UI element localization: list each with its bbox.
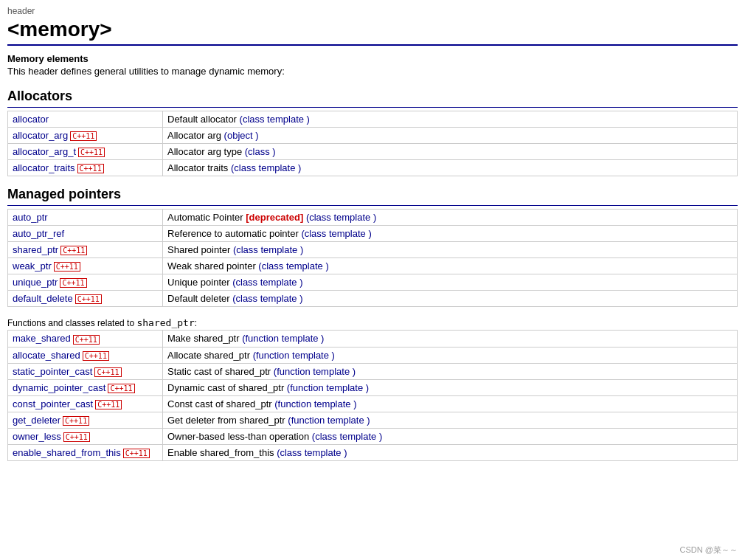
- row-desc-cell: Allocate shared_ptr (function template ): [163, 347, 738, 363]
- row-name-cell: allocator_traitsC++11: [8, 160, 163, 176]
- row-tag-link[interactable]: (class template ): [233, 244, 303, 255]
- row-name-cell: enable_shared_from_thisC++11: [8, 444, 163, 460]
- row-name-link[interactable]: allocate_shared: [13, 350, 80, 361]
- row-tag-link[interactable]: (function template ): [242, 333, 324, 344]
- row-name-cell: auto_ptr: [8, 210, 163, 226]
- header-label: header: [7, 6, 738, 16]
- row-name-cell: auto_ptr_ref: [8, 226, 163, 242]
- row-tag-link[interactable]: (class template ): [240, 114, 310, 125]
- row-name-cell: get_deleterC++11: [8, 412, 163, 428]
- row-tag-link[interactable]: (class template ): [231, 162, 301, 173]
- section-table: allocatorDefault allocator (class templa…: [7, 111, 738, 176]
- row-tag-link[interactable]: (function template ): [274, 398, 356, 409]
- row-name-link[interactable]: allocator_arg_t: [13, 146, 76, 157]
- functions-table: make_sharedC++11Make shared_ptr (functio…: [7, 330, 738, 461]
- table-row: enable_shared_from_thisC++11Enable share…: [8, 444, 738, 460]
- row-tag-link[interactable]: (class template ): [258, 260, 328, 272]
- row-tag-link[interactable]: (function template ): [288, 415, 370, 426]
- row-name-cell: allocator_argC++11: [8, 128, 163, 144]
- row-desc-cell: Const cast of shared_ptr (function templ…: [163, 395, 738, 412]
- row-name-link[interactable]: shared_ptr: [13, 244, 58, 255]
- row-desc-cell: Owner-based less-than operation (class t…: [163, 428, 738, 444]
- row-tag-link[interactable]: (class template ): [306, 212, 376, 223]
- sections-container: AllocatorsallocatorDefault allocator (cl…: [7, 89, 738, 307]
- row-name-link[interactable]: unique_ptr: [13, 277, 58, 288]
- row-name-cell: dynamic_pointer_castC++11: [8, 379, 163, 395]
- row-desc-cell: Get deleter from shared_ptr (function te…: [163, 412, 738, 428]
- row-desc-cell: Dynamic cast of shared_ptr (function tem…: [163, 379, 738, 395]
- row-tag-link[interactable]: (class template ): [232, 277, 302, 288]
- row-name-link[interactable]: static_pointer_cast: [13, 366, 92, 377]
- row-desc-cell: Default deleter (class template ): [163, 291, 738, 307]
- row-name-link[interactable]: owner_less: [13, 431, 61, 442]
- functions-subject-code: shared_ptr: [136, 317, 194, 328]
- row-name-link[interactable]: enable_shared_from_this: [13, 447, 121, 458]
- section-divider: [7, 107, 738, 108]
- section-heading: Allocators: [7, 89, 738, 104]
- row-desc-cell: Default allocator (class template ): [163, 111, 738, 128]
- row-name-cell: make_sharedC++11: [8, 331, 163, 347]
- row-name-link[interactable]: allocator_traits: [13, 162, 75, 173]
- table-row: default_deleteC++11Default deleter (clas…: [8, 291, 738, 307]
- row-tag-link[interactable]: (function template ): [287, 382, 369, 393]
- row-name-link[interactable]: get_deleter: [13, 415, 60, 426]
- table-row: unique_ptrC++11Unique pointer (class tem…: [8, 274, 738, 291]
- table-row: shared_ptrC++11Shared pointer (class tem…: [8, 242, 738, 258]
- intro-desc: This header defines general utilities to…: [7, 66, 738, 77]
- table-row: allocatorDefault allocator (class templa…: [8, 111, 738, 128]
- row-desc-cell: Weak shared pointer (class template ): [163, 258, 738, 274]
- row-desc-cell: Allocator traits (class template ): [163, 160, 738, 176]
- table-row: auto_ptr_refReference to automatic point…: [8, 226, 738, 242]
- row-desc-cell: Allocator arg type (class ): [163, 144, 738, 160]
- section-table: auto_ptrAutomatic Pointer [deprecated] (…: [7, 209, 738, 307]
- row-name-cell: default_deleteC++11: [8, 291, 163, 307]
- table-row: const_pointer_castC++11Const cast of sha…: [8, 395, 738, 412]
- row-tag-link[interactable]: (function template ): [253, 350, 335, 361]
- row-name-link[interactable]: auto_ptr_ref: [13, 228, 64, 239]
- table-row: weak_ptrC++11Weak shared pointer (class …: [8, 258, 738, 274]
- row-name-cell: allocator_arg_tC++11: [8, 144, 163, 160]
- page-title: <memory>: [7, 18, 738, 41]
- table-row: static_pointer_castC++11Static cast of s…: [8, 363, 738, 379]
- row-name-cell: weak_ptrC++11: [8, 258, 163, 274]
- row-desc-cell: Allocator arg (object ): [163, 128, 738, 144]
- row-name-link[interactable]: allocator_arg: [13, 130, 68, 141]
- row-name-link[interactable]: make_shared: [13, 333, 71, 344]
- row-tag-link[interactable]: (class template ): [312, 431, 382, 442]
- table-row: allocator_argC++11Allocator arg (object …: [8, 128, 738, 144]
- functions-note: Functions and classes related to shared_…: [7, 317, 738, 328]
- row-name-cell: unique_ptrC++11: [8, 274, 163, 291]
- row-tag-link[interactable]: (class template ): [277, 447, 347, 458]
- row-name-link[interactable]: auto_ptr: [13, 212, 48, 223]
- row-name-link[interactable]: const_pointer_cast: [13, 398, 93, 409]
- table-row: dynamic_pointer_castC++11Dynamic cast of…: [8, 379, 738, 395]
- row-name-cell: owner_lessC++11: [8, 428, 163, 444]
- section-divider: [7, 205, 738, 206]
- row-desc-cell: Static cast of shared_ptr (function temp…: [163, 363, 738, 379]
- row-name-cell: static_pointer_castC++11: [8, 363, 163, 379]
- row-desc-cell: Unique pointer (class template ): [163, 274, 738, 291]
- intro-title: Memory elements: [7, 53, 738, 64]
- row-name-link[interactable]: dynamic_pointer_cast: [13, 382, 105, 393]
- row-tag-link[interactable]: (class template ): [232, 293, 302, 304]
- table-row: owner_lessC++11Owner-based less-than ope…: [8, 428, 738, 444]
- deprecated-badge: [deprecated]: [246, 212, 303, 223]
- table-row: get_deleterC++11Get deleter from shared_…: [8, 412, 738, 428]
- row-tag-link[interactable]: (class ): [245, 146, 276, 157]
- row-name-cell: shared_ptrC++11: [8, 242, 163, 258]
- table-row: auto_ptrAutomatic Pointer [deprecated] (…: [8, 210, 738, 226]
- row-name-cell: allocate_sharedC++11: [8, 347, 163, 363]
- row-tag-link[interactable]: (object ): [224, 130, 259, 141]
- row-desc-cell: Make shared_ptr (function template ): [163, 331, 738, 347]
- row-name-link[interactable]: default_delete: [13, 293, 73, 304]
- table-row: make_sharedC++11Make shared_ptr (functio…: [8, 331, 738, 347]
- row-desc-cell: Enable shared_from_this (class template …: [163, 444, 738, 460]
- row-name-link[interactable]: weak_ptr: [13, 260, 52, 272]
- row-name-cell: allocator: [8, 111, 163, 128]
- row-tag-link[interactable]: (function template ): [274, 366, 356, 377]
- table-row: allocate_sharedC++11Allocate shared_ptr …: [8, 347, 738, 363]
- table-row: allocator_arg_tC++11Allocator arg type (…: [8, 144, 738, 160]
- row-tag-link[interactable]: (class template ): [301, 228, 371, 239]
- section-heading: Managed pointers: [7, 187, 738, 202]
- row-name-link[interactable]: allocator: [13, 114, 49, 125]
